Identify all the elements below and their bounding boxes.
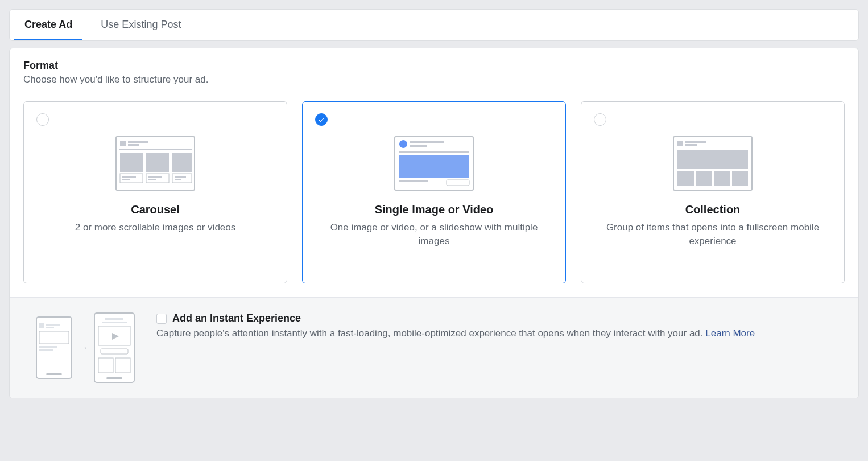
arrow-icon: → — [78, 342, 88, 354]
svg-rect-7 — [122, 176, 136, 178]
instant-experience-checkbox[interactable] — [156, 314, 167, 324]
svg-rect-9 — [146, 153, 169, 172]
format-title: Format — [23, 60, 845, 72]
svg-rect-47 — [98, 358, 113, 373]
instant-experience-illustration: → — [36, 312, 135, 383]
instant-experience-desc: Capture people's attention instantly wit… — [156, 327, 832, 341]
svg-rect-43 — [105, 318, 123, 320]
svg-rect-46 — [101, 349, 128, 354]
svg-rect-13 — [172, 153, 192, 172]
svg-rect-32 — [714, 171, 730, 186]
carousel-illustration — [115, 136, 195, 193]
svg-rect-40 — [39, 349, 53, 351]
svg-rect-2 — [128, 141, 148, 143]
svg-rect-23 — [399, 180, 428, 182]
svg-rect-30 — [677, 171, 694, 186]
svg-rect-21 — [399, 151, 469, 153]
format-card: Format Choose how you'd like to structur… — [9, 48, 859, 398]
radio-single-image[interactable] — [315, 113, 328, 126]
single-image-illustration — [394, 136, 474, 193]
check-icon — [317, 116, 325, 124]
svg-rect-24 — [447, 180, 469, 186]
svg-rect-16 — [175, 179, 181, 180]
option-desc: One image or video, or a slideshow with … — [326, 221, 542, 248]
tab-create-ad[interactable]: Create Ad — [19, 10, 78, 40]
svg-rect-49 — [106, 377, 122, 379]
svg-rect-27 — [685, 141, 706, 143]
svg-rect-22 — [399, 155, 469, 178]
svg-rect-4 — [119, 149, 192, 150]
option-desc: Group of items that opens into a fullscr… — [605, 221, 821, 248]
svg-rect-10 — [146, 174, 169, 183]
svg-rect-11 — [148, 176, 162, 178]
svg-rect-1 — [120, 141, 126, 146]
option-single-image[interactable]: Single Image or Video One image or video… — [302, 101, 566, 283]
tabs-card: Create Ad Use Existing Post — [9, 9, 859, 41]
format-section: Format Choose how you'd like to structur… — [10, 48, 858, 297]
instant-experience: → Add an Instant Experience Capture peop… — [10, 297, 858, 398]
svg-rect-38 — [39, 331, 69, 344]
svg-rect-37 — [46, 327, 54, 328]
svg-rect-26 — [677, 141, 683, 146]
learn-more-link[interactable]: Learn More — [705, 328, 755, 339]
tab-use-existing-post[interactable]: Use Existing Post — [95, 10, 187, 40]
format-options: Carousel 2 or more scrollable images or … — [23, 101, 845, 283]
svg-rect-28 — [685, 144, 697, 146]
svg-rect-3 — [128, 144, 139, 146]
svg-rect-44 — [102, 322, 127, 323]
svg-rect-8 — [122, 179, 130, 180]
svg-point-18 — [399, 140, 407, 148]
option-title: Carousel — [131, 203, 180, 216]
svg-rect-36 — [46, 324, 60, 326]
svg-rect-31 — [696, 171, 712, 186]
instant-experience-text: Add an Instant Experience Capture people… — [156, 312, 832, 341]
collection-illustration — [673, 136, 753, 193]
svg-rect-6 — [120, 174, 143, 183]
svg-rect-48 — [115, 358, 130, 373]
svg-rect-35 — [39, 323, 44, 328]
svg-rect-15 — [175, 176, 186, 178]
format-subtitle: Choose how you'd like to structure your … — [23, 74, 845, 85]
option-carousel[interactable]: Carousel 2 or more scrollable images or … — [23, 101, 287, 283]
option-title: Single Image or Video — [375, 203, 494, 216]
svg-rect-12 — [148, 179, 156, 180]
option-desc: 2 or more scrollable images or videos — [75, 221, 236, 234]
svg-rect-33 — [732, 171, 748, 186]
radio-collection[interactable] — [594, 113, 606, 126]
svg-rect-41 — [46, 373, 62, 375]
svg-rect-19 — [410, 141, 444, 143]
option-collection[interactable]: Collection Group of items that opens int… — [581, 101, 845, 283]
svg-rect-39 — [39, 346, 57, 348]
radio-carousel[interactable] — [36, 113, 49, 126]
option-title: Collection — [685, 203, 741, 216]
svg-rect-14 — [172, 174, 192, 183]
instant-experience-title: Add an Instant Experience — [172, 312, 301, 324]
tabs: Create Ad Use Existing Post — [10, 10, 858, 40]
svg-rect-29 — [677, 150, 748, 169]
svg-rect-5 — [120, 153, 143, 172]
svg-rect-20 — [410, 145, 427, 147]
